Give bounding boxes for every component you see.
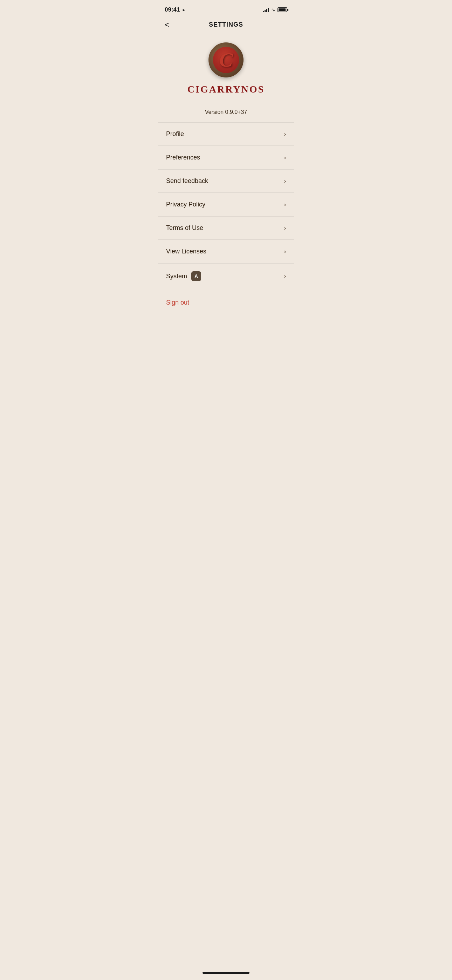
time-display: 09:41 [165, 6, 180, 13]
system-badge: A [191, 271, 201, 281]
wifi-icon: ∿ [271, 7, 275, 13]
version-text: Version 0.9.0+37 [158, 105, 294, 123]
chevron-right-icon: › [284, 248, 286, 255]
status-bar: 09:41 ► ∿ [158, 0, 294, 18]
view-licenses-label: View Licenses [166, 248, 206, 255]
sign-out-section: Sign out [158, 289, 294, 316]
location-icon: ► [182, 8, 186, 12]
home-bar [202, 972, 250, 974]
profile-label: Profile [166, 130, 184, 138]
list-item: View Licenses › [158, 240, 294, 263]
status-icons: ∿ [263, 7, 287, 13]
app-logo: C [208, 42, 244, 78]
send-feedback-menu-item[interactable]: Send feedback › [158, 169, 294, 193]
status-time: 09:41 ► [165, 6, 186, 13]
signal-icon [263, 7, 269, 12]
chevron-right-icon: › [284, 178, 286, 185]
privacy-policy-label: Privacy Policy [166, 201, 205, 208]
logo-letter: C [220, 50, 233, 70]
list-item: Privacy Policy › [158, 193, 294, 216]
list-item: Send feedback › [158, 169, 294, 193]
battery-icon [277, 7, 287, 12]
send-feedback-label: Send feedback [166, 177, 208, 185]
page-title: SETTINGS [209, 21, 243, 29]
view-licenses-menu-item[interactable]: View Licenses › [158, 240, 294, 263]
logo-section: C CIGARRYNOS [158, 35, 294, 105]
list-item: Profile › [158, 123, 294, 146]
chevron-right-icon: › [284, 225, 286, 231]
list-item: Preferences › [158, 146, 294, 169]
preferences-label: Preferences [166, 154, 200, 161]
privacy-policy-menu-item[interactable]: Privacy Policy › [158, 193, 294, 216]
system-label: System [166, 273, 187, 280]
profile-menu-item[interactable]: Profile › [158, 123, 294, 146]
app-name: CIGARRYNOS [188, 84, 264, 95]
list-item: System A › [158, 263, 294, 289]
header: < SETTINGS [158, 18, 294, 35]
terms-of-use-label: Terms of Use [166, 224, 203, 232]
chevron-right-icon: › [284, 273, 286, 279]
chevron-right-icon: › [284, 131, 286, 137]
home-indicator [202, 965, 250, 977]
chevron-right-icon: › [284, 154, 286, 161]
system-menu-item[interactable]: System A › [158, 263, 294, 289]
terms-of-use-menu-item[interactable]: Terms of Use › [158, 216, 294, 240]
preferences-menu-item[interactable]: Preferences › [158, 146, 294, 169]
back-button[interactable]: < [165, 21, 169, 29]
list-item: Terms of Use › [158, 216, 294, 240]
menu-list: Profile › Preferences › Send feedback › [158, 123, 294, 289]
chevron-right-icon: › [284, 202, 286, 208]
sign-out-button[interactable]: Sign out [166, 299, 189, 306]
